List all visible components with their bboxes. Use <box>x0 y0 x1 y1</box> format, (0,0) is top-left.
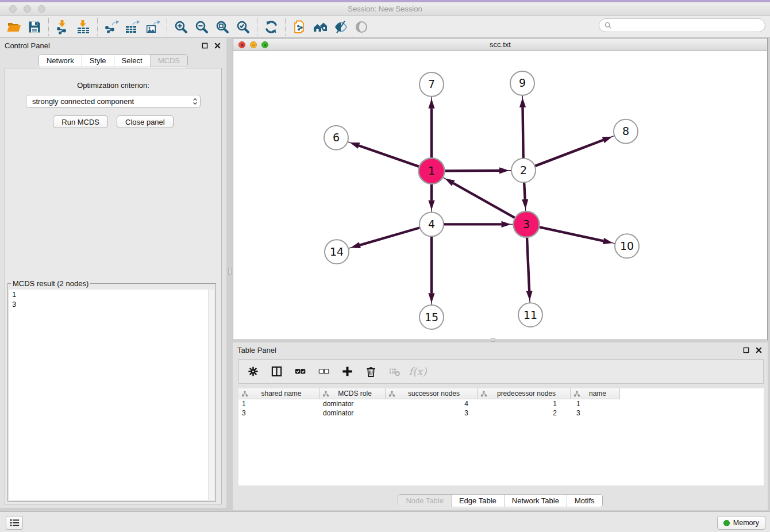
save-icon[interactable] <box>24 18 45 36</box>
node-label: 7 <box>428 78 435 90</box>
tab-node-table[interactable]: Node Table <box>398 495 452 507</box>
edge-1-4[interactable] <box>428 184 434 212</box>
deselect-all-icon[interactable] <box>317 365 330 379</box>
edge-3-10[interactable] <box>539 227 615 244</box>
open-icon[interactable] <box>3 18 24 36</box>
tab-edge-table[interactable]: Edge Table <box>452 495 505 507</box>
graph-node-1[interactable]: 1 <box>419 158 445 184</box>
graph-node-8[interactable]: 8 <box>614 119 638 144</box>
run-mcds-button[interactable]: Run MCDS <box>53 115 108 128</box>
tab-network-table[interactable]: Network Table <box>505 495 567 507</box>
memory-button[interactable]: Memory <box>717 516 765 530</box>
import-network-icon[interactable] <box>52 18 73 36</box>
table-cell[interactable]: 1 <box>238 399 319 408</box>
table-row[interactable]: 3dominator323 <box>238 408 764 418</box>
column-header-shared-name[interactable]: shared name <box>238 388 319 399</box>
tab-network[interactable]: Network <box>39 55 82 67</box>
edge-3-1[interactable] <box>443 178 515 218</box>
edge-2-9[interactable] <box>519 95 526 159</box>
float-panel-icon[interactable] <box>200 41 209 50</box>
search-box[interactable] <box>599 18 765 32</box>
select-all-icon[interactable] <box>293 365 307 379</box>
home-icon[interactable] <box>310 18 330 36</box>
export-table-icon[interactable] <box>122 18 143 36</box>
node-label: 8 <box>622 125 629 137</box>
task-history-button[interactable] <box>6 516 23 530</box>
table-cell[interactable]: 4 <box>386 399 478 408</box>
delete-table-icon <box>387 365 401 379</box>
table-cell[interactable]: dominator <box>319 399 386 408</box>
table-cell[interactable]: 3 <box>571 408 620 418</box>
close-panel-icon[interactable] <box>213 41 222 50</box>
search-input[interactable] <box>613 20 765 30</box>
graph-node-2[interactable]: 2 <box>511 159 536 183</box>
table-header-row: shared nameMCDS rolesuccessor nodesprede… <box>238 388 620 399</box>
optimization-value: strongly connected component <box>32 97 192 106</box>
node-label: 1 <box>428 164 435 177</box>
zoom-fit-icon[interactable] <box>212 18 233 36</box>
table-cell[interactable]: 1 <box>478 399 571 408</box>
mcds-result-area[interactable]: 13 <box>9 290 214 500</box>
export-network-icon[interactable] <box>101 18 122 36</box>
node-label: 9 <box>519 76 526 89</box>
optimization-select[interactable]: strongly connected component <box>26 95 201 108</box>
zoom-in-icon[interactable] <box>171 18 191 36</box>
column-header-MCDS-role[interactable]: MCDS role <box>319 388 386 399</box>
table-cell[interactable]: dominator <box>319 408 386 418</box>
tab-style[interactable]: Style <box>82 55 114 67</box>
graph-node-3[interactable]: 3 <box>514 211 540 237</box>
close-table-panel-icon[interactable] <box>754 345 763 354</box>
refresh-icon[interactable] <box>261 18 282 36</box>
edge-4-3[interactable] <box>444 221 514 228</box>
zoom-out-icon[interactable] <box>191 18 212 36</box>
graph-node-4[interactable]: 4 <box>419 212 444 236</box>
table-row[interactable]: 1dominator411 <box>238 399 764 408</box>
app-window: Session: New Session Control Panel Netwo… <box>0 0 770 532</box>
table-cell[interactable]: 3 <box>386 408 478 418</box>
graph-node-15[interactable]: 15 <box>419 305 444 329</box>
add-icon[interactable] <box>340 365 354 379</box>
edge-3-11[interactable] <box>526 237 533 303</box>
float-table-panel-icon[interactable] <box>741 345 750 354</box>
table-panel-title: Table Panel <box>237 346 276 354</box>
table-cell[interactable]: 2 <box>478 408 571 418</box>
edge-2-3[interactable] <box>522 183 528 211</box>
tab-motifs[interactable]: Motifs <box>567 495 602 507</box>
graph-node-14[interactable]: 14 <box>325 240 349 264</box>
vertical-splitter-handle[interactable] <box>228 268 232 275</box>
zoom-selected-icon[interactable] <box>233 18 253 36</box>
clone-network-icon[interactable] <box>289 18 310 36</box>
horizontal-splitter-handle[interactable] <box>491 338 495 342</box>
edge-4-15[interactable] <box>428 236 434 305</box>
toolbar-separator <box>48 18 49 36</box>
node-label: 11 <box>523 309 537 321</box>
graph-node-9[interactable]: 9 <box>510 71 534 95</box>
graph-node-11[interactable]: 11 <box>518 303 542 327</box>
column-header-predecessor-nodes[interactable]: predecessor nodes <box>478 388 571 399</box>
mcds-result-group: MCDS result (2 nodes) 13 <box>7 283 216 502</box>
delete-icon[interactable] <box>364 365 378 379</box>
table-cell[interactable]: 1 <box>571 399 620 408</box>
edge-4-14[interactable] <box>348 228 420 248</box>
graph-node-7[interactable]: 7 <box>419 72 444 97</box>
edge-1-6[interactable] <box>348 142 419 167</box>
import-table-icon[interactable] <box>73 18 94 36</box>
tab-mcds[interactable]: MCDS <box>151 55 187 67</box>
graph-node-10[interactable]: 10 <box>615 234 639 258</box>
table-cell[interactable]: 3 <box>238 408 319 418</box>
tab-select[interactable]: Select <box>114 55 151 67</box>
columns-icon[interactable] <box>270 365 283 379</box>
graph-node-6[interactable]: 6 <box>324 126 348 150</box>
status-bar: Memory <box>0 511 770 532</box>
result-scrollbar[interactable] <box>208 290 214 500</box>
close-panel-button[interactable]: Close panel <box>117 115 174 128</box>
style-preview-icon[interactable] <box>330 18 351 36</box>
column-header-successor-nodes[interactable]: successor nodes <box>386 388 478 399</box>
export-image-icon[interactable] <box>143 18 163 36</box>
network-canvas[interactable]: 7968124314101511 <box>233 51 767 340</box>
edge-1-7[interactable] <box>428 97 434 158</box>
column-header-name[interactable]: name <box>571 388 620 399</box>
edge-1-2[interactable] <box>444 167 511 174</box>
edge-2-8[interactable] <box>535 136 615 166</box>
gear-icon[interactable] <box>246 365 260 379</box>
